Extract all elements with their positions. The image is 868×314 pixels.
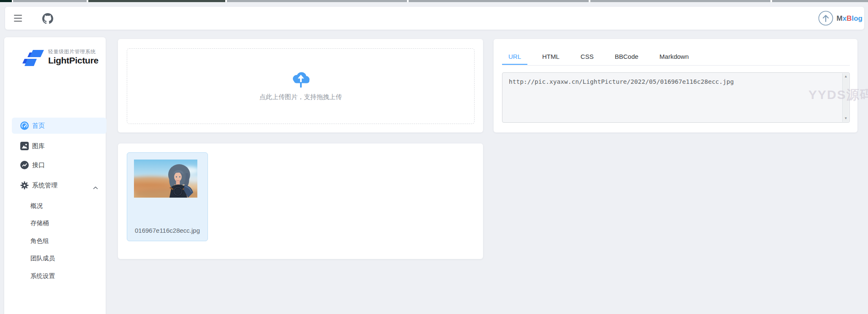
sidebar-item-gallery[interactable]: 图库 [12, 138, 106, 154]
header-bar: MxBlog [5, 7, 864, 30]
sidebar-subitem-members[interactable]: 团队成员 [12, 250, 106, 266]
gear-icon [20, 181, 29, 190]
sidebar-subitem-roles[interactable]: 角色组 [12, 233, 106, 249]
link-output-textarea[interactable]: http://pic.xyaxw.cn/LightPicture/2022/05… [502, 72, 850, 123]
upload-dropzone[interactable]: 点此上传图片，支持拖拽上传 [127, 48, 475, 124]
upload-card: 点此上传图片，支持拖拽上传 [118, 39, 483, 132]
link-panel: URL HTML CSS BBCode Markdown http://pic.… [494, 39, 857, 132]
sidebar-subitem-buckets[interactable]: 存储桶 [12, 215, 106, 231]
tab-css[interactable]: CSS [574, 50, 600, 65]
image-filename: 016967e116c28ecc.jpg [127, 227, 207, 234]
dashboard-icon [20, 121, 29, 130]
lightpicture-logo-icon [22, 47, 45, 70]
sidebar-item-system[interactable]: 系统管理 [12, 177, 106, 193]
sidebar-item-api[interactable]: 接口 [12, 157, 106, 173]
cloud-upload-icon [290, 71, 311, 89]
site-logo[interactable]: MxBlog [837, 13, 863, 25]
browser-tabs-edge [0, 0, 868, 2]
image-url-text: http://pic.xyaxw.cn/LightPicture/2022/05… [509, 78, 837, 85]
app-logo: 轻量级图片管理系统 LightPicture [4, 45, 106, 74]
sidebar-subitem-overview[interactable]: 概况 [12, 198, 106, 214]
sidebar-item-home[interactable]: 首页 [12, 118, 106, 134]
tab-markdown[interactable]: Markdown [653, 50, 695, 65]
image-thumbnail [134, 160, 197, 198]
scroll-to-top-button[interactable] [818, 10, 834, 26]
picture-icon [20, 142, 29, 150]
scroll-up-arrow-icon[interactable]: ▲ [843, 74, 849, 80]
github-icon[interactable] [42, 13, 53, 24]
app-title: LightPicture [48, 55, 98, 66]
scrollbar[interactable]: ▲ ▼ [842, 73, 849, 122]
api-icon [20, 161, 29, 169]
hamburger-menu-icon[interactable] [14, 15, 22, 22]
app-subtitle: 轻量级图片管理系统 [48, 48, 98, 55]
link-format-tabs: URL HTML CSS BBCode Markdown [502, 50, 850, 66]
image-tile[interactable]: 016967e116c28ecc.jpg [127, 152, 208, 241]
tab-html[interactable]: HTML [536, 50, 566, 65]
sidebar: 轻量级图片管理系统 LightPicture 首页 图库 [4, 37, 106, 314]
scroll-down-arrow-icon[interactable]: ▼ [843, 116, 849, 121]
tab-bbcode[interactable]: BBCode [609, 50, 645, 65]
tab-url[interactable]: URL [502, 50, 527, 65]
gallery-card: 016967e116c28ecc.jpg [118, 143, 483, 259]
upload-hint: 点此上传图片，支持拖拽上传 [259, 93, 342, 101]
chevron-up-icon [93, 184, 98, 191]
sidebar-subitem-settings[interactable]: 系统设置 [12, 268, 106, 284]
arrow-up-circle-icon [818, 10, 834, 26]
